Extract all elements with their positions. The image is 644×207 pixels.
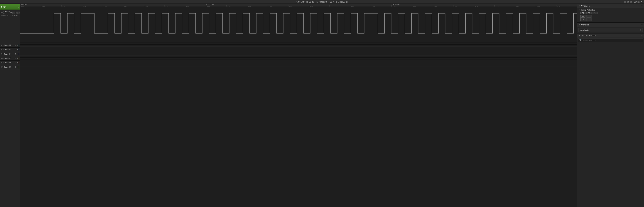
channel-0-num: 00 (1, 12, 3, 13)
tick-2-8: +8 ms (350, 5, 371, 6)
ch6-num: 06 (1, 62, 3, 64)
channel-7-signal-row (20, 62, 577, 66)
channel-7-svg (20, 62, 577, 66)
channel-0-svg (20, 7, 577, 40)
channel-0-prev-button[interactable]: ◄ (12, 11, 15, 14)
ch6-close-icon[interactable]: ✕ (16, 62, 18, 64)
ruler-section-3-ticks: +1 ms +2 ms +3 ms +4 ms +5 ms +6 ms +7 m… (392, 4, 577, 6)
close-button[interactable]: ✕ (630, 1, 632, 3)
annotations-section: ▼ Annotations + ▼ Timing Marker Pair A1 … (577, 4, 644, 23)
channel-6-svg (20, 58, 577, 62)
ch6-name: Channel 6 (4, 62, 14, 64)
analyzers-header[interactable]: ▼ Analyzers + (577, 23, 644, 27)
titlebar: Saleae Logic 1.2.18 – [Connected] – [12 … (0, 0, 644, 4)
channel-3-waveform[interactable] (20, 44, 577, 49)
channel-row-7: 07 Channel 7 ⚙ ✕ (0, 65, 20, 69)
timing-marker-pair-row: ▼ Timing Marker Pair (578, 9, 643, 11)
annotations-header[interactable]: ▼ Annotations + (577, 4, 644, 8)
tick-1-9: +9 ms (185, 5, 206, 6)
ch3-color-bar (18, 48, 19, 51)
tick-1-7: +7 ms (144, 5, 164, 6)
sidebar: Start ▲ ▼ 00 Channel 0 ⚙ ◄ 1 ► Mancheste… (0, 4, 20, 207)
ch5-color-bar (18, 57, 19, 60)
channel-row-3: 03 Channel 3 ⚙ ✕ (0, 47, 20, 52)
tick-3-5: +5 ms (474, 5, 494, 6)
ruler-section-2-ticks: +1 ms +2 ms +3 ms +4 ms +5 ms +6 ms +7 m… (206, 4, 391, 6)
timing-marker-a1-a2: A1 A2 ### (578, 12, 643, 14)
ch2-close-icon[interactable]: ✕ (16, 44, 18, 46)
search-protocols-box: 🔍 (578, 38, 643, 42)
channel-6-signal-row (20, 58, 577, 62)
channel-5-signal-row (20, 53, 577, 58)
analyzers-add-button[interactable]: + (641, 23, 643, 26)
channel-4-signal-row (20, 49, 577, 53)
channel-7-waveform[interactable] (20, 62, 577, 66)
annotations-header-right: + (641, 4, 643, 7)
timing-marker-collapse: ▼ (578, 9, 580, 11)
channel-4-waveform[interactable] (20, 49, 577, 53)
annotations-collapse-icon: ▼ (578, 5, 580, 7)
arrow-up: ▲ (18, 5, 19, 6)
ch3-gear-icon[interactable]: ⚙ (14, 49, 16, 51)
minimize-button[interactable]: – (624, 1, 626, 3)
ruler-section-3: 0 s : 20 ms +1 ms +2 ms +3 ms +4 ms +5 m… (392, 4, 577, 6)
analyzer-manchester-gear-icon[interactable]: ⚙ (640, 29, 642, 31)
decoded-protocols-gear-icon[interactable]: ⚙ (641, 34, 643, 37)
channel-0-controls: 00 Channel 0 ⚙ ◄ 1 ► (1, 11, 21, 14)
decoded-protocols-header[interactable]: ▼ Decoded Protocols ⚙ (577, 33, 644, 37)
signal-area (20, 7, 577, 207)
tick-2-4: +4 ms (268, 5, 288, 6)
timing-marker-a1-row: A1 ● (578, 15, 643, 17)
start-label: Start (1, 5, 6, 8)
tick-1-6: +6 ms (123, 5, 144, 6)
analyzers-header-left: ▼ Analyzers (578, 24, 589, 26)
ch4-close-icon[interactable]: ✕ (16, 53, 18, 55)
tick-3-3: +3 ms (433, 5, 453, 6)
tick-3-4: +4 ms (453, 5, 474, 6)
channel-row-6: 06 Channel 6 ⚙ ✕ (0, 61, 20, 65)
ruler-section-3-label: 0 s : 20 ms (392, 4, 400, 5)
ruler-section-2: 0 s : 10 ms +1 ms +2 ms +3 ms +4 ms +5 m… (206, 4, 392, 6)
tick-1-1: +1 ms (20, 5, 41, 6)
tick-1-8: +8 ms (164, 5, 185, 6)
tick-1-2: +2 ms (41, 5, 62, 6)
search-protocols-input[interactable] (582, 39, 642, 41)
marker-a1-item: A1 (580, 15, 586, 17)
channel-5-waveform[interactable] (20, 53, 577, 57)
ch7-name: Channel 7 (4, 66, 14, 68)
tick-1-3: +3 ms (62, 5, 82, 6)
tick-2-6: +6 ms (309, 5, 330, 6)
tick-1-4: +4 ms (82, 5, 103, 6)
maximize-button[interactable]: □ (627, 1, 629, 3)
ch7-close-icon[interactable]: ✕ (16, 66, 18, 68)
annotations-content: ▼ Timing Marker Pair A1 A2 ### A1 ● A2 ● (577, 8, 644, 22)
channel-0-num-display: 1 (16, 11, 18, 14)
options-button[interactable]: Options ▼ (634, 1, 643, 3)
channel-6-waveform[interactable] (20, 58, 577, 62)
ch7-gear-icon[interactable]: ⚙ (14, 66, 16, 68)
channel-0-signal-row (20, 7, 577, 40)
annotations-add-button[interactable]: + (641, 4, 643, 7)
channel-2-svg (20, 40, 577, 44)
annotations-title: Annotations (581, 5, 590, 7)
channel-0-gear-icon[interactable]: ⚙ (10, 11, 12, 14)
ch4-gear-icon[interactable]: ⚙ (14, 53, 16, 55)
tick-3-2: +2 ms (412, 5, 433, 6)
timing-marker-a2-row: A2 ● (578, 18, 643, 21)
ch4-num: 04 (1, 53, 3, 55)
start-button[interactable]: Start ▲ ▼ (0, 4, 20, 10)
analyzers-collapse-icon: ▼ (578, 24, 580, 26)
ch6-gear-icon[interactable]: ⚙ (14, 62, 16, 64)
ch3-close-icon[interactable]: ✕ (16, 49, 18, 51)
tick-2-9: +9 ms (371, 5, 391, 6)
tick-2-1: +1 ms (206, 5, 226, 6)
ch5-close-icon[interactable]: ✕ (16, 57, 18, 59)
ch2-gear-icon[interactable]: ⚙ (14, 44, 16, 46)
channel-0-waveform[interactable] (20, 7, 577, 40)
ch5-gear-icon[interactable]: ⚙ (14, 57, 16, 59)
channel-row-4: 04 Channel 4 ⚙ ✕ (0, 52, 20, 56)
marker-a2-val: ● (586, 18, 592, 21)
channel-2-waveform[interactable] (20, 40, 577, 44)
analyzers-title: Analyzers (581, 24, 589, 26)
channel-2-signal-row (20, 40, 577, 44)
